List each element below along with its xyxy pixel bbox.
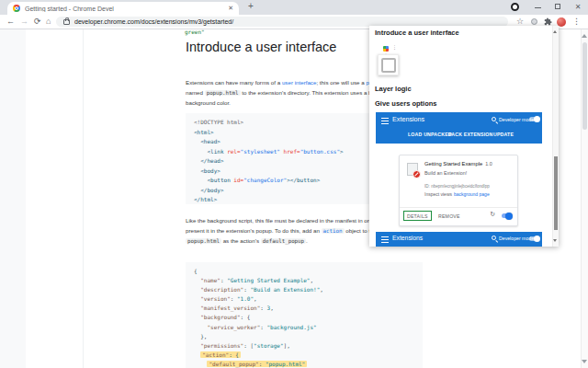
- code-line: "default_popup": "popup.html": [194, 360, 414, 368]
- text-segment: {: [194, 268, 198, 274]
- text-segment: <html>: [194, 129, 214, 135]
- scroll-down-icon[interactable]: [582, 360, 587, 366]
- hamburger-menu-icon: [381, 236, 389, 243]
- scroll-up-icon[interactable]: [582, 31, 587, 38]
- text-segment: ,: [254, 295, 257, 302]
- refresh-icon: ↻: [490, 211, 495, 218]
- text-segment: "action": [202, 351, 229, 358]
- tab-close-icon[interactable]: ✕: [228, 5, 233, 12]
- text-segment: "permissions": [200, 342, 243, 349]
- text-segment: >: [340, 148, 344, 155]
- overlay-heading-ui: Introduce a user interface: [375, 29, 459, 37]
- new-tab-button[interactable]: +: [248, 1, 254, 11]
- extension-id: ID: nbepmlecngjinlejbceidclfondlpp: [424, 184, 490, 189]
- scrollbar-thumb[interactable]: [582, 42, 587, 130]
- pack-extension-button: PACK EXTENSION: [448, 132, 493, 137]
- load-unpacked-button: LOAD UNPACKED: [408, 132, 452, 137]
- code-text: <button id="changeColor"></button>: [207, 177, 320, 183]
- code-text: {: [194, 268, 198, 274]
- text-segment: : {: [229, 351, 239, 358]
- search-icon: [492, 236, 496, 240]
- code-text: </head>: [200, 157, 223, 164]
- text-segment: </body>: [200, 187, 223, 193]
- text-segment: :: [259, 361, 266, 367]
- scroll-up-icon[interactable]: [553, 29, 557, 33]
- text-segment: default_popup: [261, 238, 306, 244]
- code-line: "name": "Getting Started Example",: [194, 276, 414, 285]
- extension-action-icon[interactable]: [531, 18, 537, 25]
- profile-avatar[interactable]: [557, 17, 566, 27]
- window-close-button[interactable]: ✕: [568, 0, 588, 15]
- text-segment: "button.css": [300, 148, 340, 155]
- code-line: "description": "Build an Extension!",: [194, 285, 414, 294]
- text-segment: ,: [320, 286, 323, 293]
- developer-mode-toggle-2: [529, 236, 539, 241]
- page-scrollbar[interactable]: [581, 29, 588, 368]
- reload-button[interactable]: ⟳: [34, 17, 41, 27]
- menu-kebab-icon[interactable]: ⋮: [572, 17, 581, 27]
- text-segment: "1.0": [237, 295, 254, 302]
- highlighted-code: "default_popup": "popup.html": [207, 361, 307, 367]
- inline-link[interactable]: action: [322, 228, 345, 234]
- browser-tab[interactable]: Getting started - Chrome Devel ✕: [7, 2, 239, 15]
- maximize-button[interactable]: [548, 0, 568, 15]
- home-button[interactable]: ⌂: [46, 17, 51, 27]
- text-segment: "description": [200, 286, 243, 293]
- remove-button: REMOVE: [438, 213, 460, 219]
- text-segment: "popup.html": [266, 361, 305, 367]
- text-segment: <head>: [200, 138, 220, 144]
- extension-card: Getting Started Example1.0 Build an Exte…: [399, 155, 518, 226]
- code-text: },: [200, 333, 207, 339]
- code-text: "version": "1.0",: [200, 295, 256, 302]
- highlighted-code: "action": {: [200, 351, 241, 358]
- docs-preview-panel: Introduce a user interface ⋮ Layer logic…: [369, 26, 559, 247]
- code-text: "background": {: [200, 314, 250, 320]
- text-segment: <body>: [200, 167, 220, 174]
- code-text: <html>: [194, 129, 214, 135]
- sidebar-divider: [83, 29, 84, 368]
- text-segment: "background.js": [266, 324, 316, 330]
- popup-thumbnail-image: ⋮: [375, 42, 437, 83]
- text-segment: <link: [207, 148, 227, 155]
- extensions-body: Getting Started Example1.0 Build an Exte…: [376, 144, 542, 228]
- text-segment: },: [200, 333, 207, 339]
- extension-description: Build an Extension!: [424, 170, 467, 176]
- text-segment: : [: [243, 342, 254, 349]
- text-segment: "stylesheet": [241, 148, 280, 155]
- text-segment: "Getting Started Example": [227, 277, 310, 283]
- inline-link[interactable]: user interface: [282, 79, 317, 86]
- extensions-puzzle-icon[interactable]: [544, 17, 552, 26]
- scroll-down-icon[interactable]: [553, 239, 557, 244]
- minimize-button[interactable]: [527, 0, 548, 15]
- manifest-code-block: { "name": "Getting Started Example", "de…: [186, 262, 423, 368]
- extensions-title: Extensions: [392, 115, 424, 123]
- code-text: "manifest_version": 3,: [200, 305, 274, 311]
- window-controls: ✕: [527, 0, 588, 15]
- code-line: },: [194, 332, 414, 341]
- text-segment: id=: [233, 177, 243, 183]
- code-remnant: green": [185, 29, 205, 35]
- text-segment: as the action's: [221, 237, 261, 244]
- text-segment: :: [260, 305, 266, 311]
- forward-button[interactable]: →: [20, 17, 28, 27]
- code-text: <body>: [200, 167, 220, 174]
- extension-version: 1.0: [485, 161, 492, 167]
- code-line: "action": {: [194, 351, 414, 360]
- code-text: <head>: [200, 138, 220, 144]
- extensions-title-2: Extensions: [392, 235, 423, 241]
- overlay-scrollbar[interactable]: [552, 26, 559, 247]
- hamburger-menu-icon: [381, 118, 389, 124]
- code-text: <link rel="stylesheet" href="button.css"…: [207, 148, 343, 155]
- text-segment: rel=: [227, 148, 240, 155]
- overlay-scrollbar-thumb[interactable]: [554, 156, 558, 230]
- extensions-page-screenshot-2: Extensions Developer mode: [376, 232, 542, 247]
- code-text: </html>: [194, 196, 217, 202]
- code-line: "version": "1.0",: [194, 294, 414, 304]
- back-button[interactable]: ←: [6, 17, 15, 27]
- text-segment: "Build an Extension!": [250, 286, 320, 293]
- text-segment: .: [306, 237, 308, 244]
- code-line: "manifest_version": 3,: [194, 304, 414, 313]
- text-segment: named: [186, 89, 205, 96]
- code-line: "permissions": ["storage"],: [194, 341, 414, 351]
- left-margin: [0, 29, 26, 368]
